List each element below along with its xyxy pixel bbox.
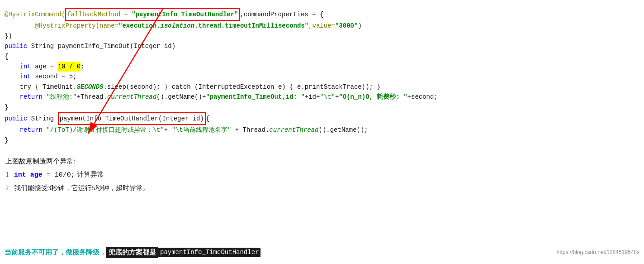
code-line-9: return "线程池:"+Thread.currentThread().get… <box>5 92 644 102</box>
public-kw: public <box>5 41 27 51</box>
item1-text: 计算异常 <box>75 171 104 178</box>
command-props: ,commandProperties = { <box>240 10 324 19</box>
indent-2 <box>5 21 35 31</box>
str-pool: "线程池:" <box>46 92 76 102</box>
close-brace: }) <box>5 31 12 41</box>
code-line-10: } <box>5 102 644 112</box>
page-container: @HystrixCommand(fallbackMethod = "paymen… <box>0 0 644 264</box>
handler-method-name: paymentInfo_TimeOutHandler(Integer id) <box>60 115 204 122</box>
get-name2: ().getName(); <box>319 125 368 135</box>
item1-num: 1 <box>5 171 9 178</box>
code-line-3: }) <box>5 31 644 41</box>
open-brace-inline: { <box>206 114 209 124</box>
str-error: "/(ToT)/谢谢支付接口超时或异常：\t" <box>46 125 164 135</box>
semicolon1: ; <box>80 62 84 72</box>
close-brace3: } <box>5 135 8 145</box>
bottom-label: 兜底的方案都是 <box>109 249 156 256</box>
bottom-black-bg: 兜底的方案都是 <box>106 247 158 258</box>
plus-id: +id+ <box>305 92 320 102</box>
second-var: second = 5; <box>31 72 77 82</box>
indent-line6 <box>5 62 20 72</box>
code-line-11: public String paymentInfo_TimeOutHandler… <box>5 112 644 125</box>
return-kw2: return <box>20 125 43 135</box>
plus-second: +second; <box>407 92 438 102</box>
desc-item-2: 2 我们能接受3秒钟，它运行5秒钟，超时异常。 <box>5 182 639 194</box>
return-kw1: return <box>20 92 43 102</box>
space-ret1 <box>43 92 46 102</box>
str-cost: "O(n_n)O, 耗费秒: " <box>339 92 407 102</box>
sleep-call: .sleep(second); } catch (InterruptedExce… <box>103 82 380 92</box>
plus4: + Thread. <box>231 125 269 135</box>
space-ret2 <box>43 125 46 135</box>
indent-line9 <box>5 92 20 102</box>
item2-text: 我们能接受3秒钟，它运行5秒钟，超时异常。 <box>14 184 150 192</box>
indent-line7 <box>5 72 20 82</box>
comma-value: ,value= <box>308 21 335 31</box>
code-line-5: { <box>5 52 644 62</box>
int-kw-1: int <box>20 62 31 72</box>
code-line-6: int age = 10 / 0; <box>5 62 644 72</box>
seconds-const: SECONDS <box>77 82 104 92</box>
current-thread2: currentThread <box>269 125 318 135</box>
bottom-url: https://blog.csdn.net/1284519548s <box>557 249 639 255</box>
desc-item-1: 1 int age = 10/0; 计算异常 <box>5 168 639 181</box>
bottom-bar: 当前服务不可用了，做服务降级， 兜底的方案都是 paymentInfo_Time… <box>5 245 639 259</box>
item1-eq: = 10/0; <box>43 171 75 179</box>
indent-line8 <box>5 82 20 92</box>
code-line-4: public String paymentInfo_TimeOut(Intege… <box>5 41 644 51</box>
code-line-12: return "/(ToT)/谢谢支付接口超时或异常：\t"+ "\t当前线程池… <box>5 125 644 135</box>
bottom-cyan-text: 当前服务不可用了，做服务降级， <box>5 248 106 257</box>
plus3: + <box>164 125 172 135</box>
timeout-name: "execution.isolation.thread.timeoutInMil… <box>118 21 308 31</box>
item2-num: 2 <box>5 184 9 192</box>
str-paymentinfo: "paymentInfo_TimeOut,id: " <box>206 92 304 102</box>
code-line-7: int second = 5; <box>5 72 644 82</box>
handler-method-box: paymentInfo_TimeOutHandler(Integer id) <box>58 112 206 125</box>
close-brace2: } <box>5 102 8 112</box>
try-block: try { TimeUnit. <box>20 82 77 92</box>
fallback-method-box: fallbackMethod = "paymentInfo_TimeOutHan… <box>65 8 240 21</box>
code-block: @HystrixCommand(fallbackMethod = "paymen… <box>0 5 644 149</box>
code-line-13: } <box>5 135 644 145</box>
desc-heading: 上图故意制造两个异常: <box>5 155 639 168</box>
int-kw-2: int <box>20 72 31 82</box>
str-tab: "\t" <box>320 92 335 102</box>
bottom-text1: 当前服务不可用了，做服务降级， <box>5 249 106 256</box>
space1: String paymentInfo_TimeOut(Integer id) <box>27 41 175 51</box>
close-paren: ) <box>358 21 361 31</box>
get-name1: ().getName()+ <box>156 92 206 102</box>
plus1: +Thread. <box>77 92 107 102</box>
timeout-value: "3000" <box>335 21 358 31</box>
annotation-hystrix: @HystrixCommand( <box>5 10 65 19</box>
fallback-annotation: fallbackMethod = <box>67 11 132 18</box>
plus2: + <box>335 92 339 102</box>
bottom-handler-code: paymentInfo_TimeOutHandler <box>158 248 260 257</box>
indent-line12 <box>5 125 20 135</box>
fallback-value: "paymentInfo_TimeOutHandler" <box>132 11 238 18</box>
age-var: age = <box>31 62 58 72</box>
heading-text: 上图故意制造两个异常: <box>5 158 75 165</box>
current-thread1: currentThread <box>107 92 156 102</box>
code-line-8: try { TimeUnit.SECONDS.sleep(second); } … <box>5 82 644 92</box>
divide-zero: 10 / 0 <box>58 62 80 72</box>
str-thread-name: "\t当前线程池名字" <box>172 125 232 135</box>
code-line-2: @HystrixProperty(name="execution.isolati… <box>5 21 644 31</box>
hystrix-property: @HystrixProperty(name= <box>35 21 118 31</box>
string-type2: String <box>27 114 57 124</box>
code-line-1: @HystrixCommand(fallbackMethod = "paymen… <box>5 8 644 21</box>
open-brace1: { <box>5 52 8 62</box>
public-kw2: public <box>5 114 27 124</box>
description-section: 上图故意制造两个异常: 1 int age = 10/0; 计算异常 2 我们能… <box>0 149 644 199</box>
item1-code: int age <box>14 171 43 179</box>
